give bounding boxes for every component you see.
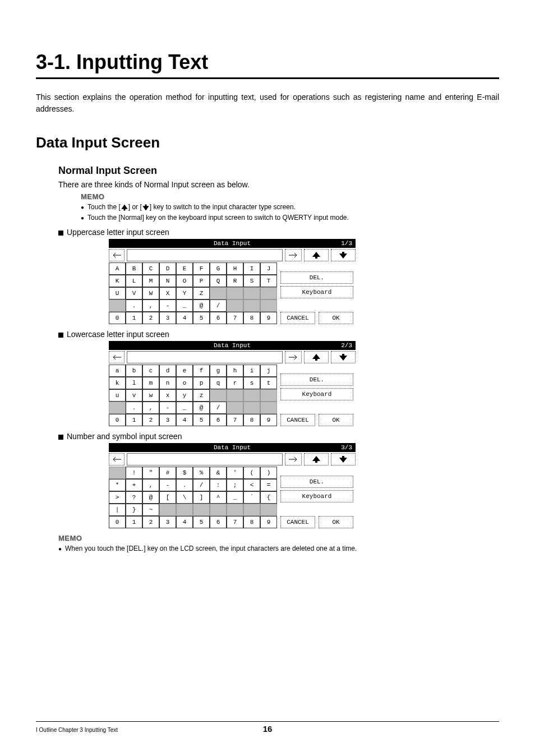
key-C[interactable]: C <box>142 262 159 275</box>
page-down-button[interactable] <box>331 453 356 465</box>
key-4[interactable]: 4 <box>176 312 193 324</box>
key-4[interactable]: 4 <box>176 414 193 426</box>
key-=[interactable]: = <box>260 479 277 491</box>
key-5[interactable]: 5 <box>193 516 210 528</box>
key-r[interactable]: r <box>227 377 243 389</box>
keyboard-mode-button[interactable]: Keyboard <box>280 490 353 503</box>
key-5[interactable]: 5 <box>193 312 210 324</box>
key-2[interactable]: 2 <box>142 516 159 528</box>
key-3[interactable]: 3 <box>159 516 176 528</box>
key-|[interactable]: | <box>109 504 126 516</box>
key-l[interactable]: l <box>126 377 142 389</box>
key-[[interactable]: [ <box>159 491 176 504</box>
key-_[interactable]: _ <box>176 402 193 414</box>
key-w[interactable]: w <box>142 389 159 402</box>
key-([interactable]: ( <box>243 467 260 479</box>
key-1[interactable]: 1 <box>126 414 142 426</box>
cursor-right-button[interactable] <box>285 453 302 465</box>
key--[interactable]: - <box>159 479 176 491</box>
key-+[interactable]: + <box>126 479 142 491</box>
key-q[interactable]: q <box>210 377 227 389</box>
key-f[interactable]: f <box>193 365 210 377</box>
key-h[interactable]: h <box>227 365 243 377</box>
key-8[interactable]: 8 <box>243 516 260 528</box>
key-4[interactable]: 4 <box>176 516 193 528</box>
key-a[interactable]: a <box>109 365 126 377</box>
key-8[interactable]: 8 <box>243 312 260 324</box>
key-{[interactable]: { <box>260 491 277 504</box>
key-`[interactable]: ` <box>243 491 260 504</box>
key-_[interactable]: _ <box>227 491 243 504</box>
key-*[interactable]: * <box>109 479 126 491</box>
key-~[interactable]: ~ <box>142 504 159 516</box>
key-^[interactable]: ^ <box>210 491 227 504</box>
key-z[interactable]: z <box>193 389 210 402</box>
key-A[interactable]: A <box>109 262 126 275</box>
key-)[interactable]: ) <box>260 467 277 479</box>
key-0[interactable]: 0 <box>109 516 126 528</box>
ok-button[interactable]: OK <box>319 516 353 528</box>
key-,[interactable]: , <box>142 402 159 414</box>
key-.[interactable]: . <box>126 299 142 312</box>
key-u[interactable]: u <box>109 389 126 402</box>
key-:[interactable]: : <box>210 479 227 491</box>
key-#[interactable]: # <box>159 467 176 479</box>
key--[interactable]: - <box>159 402 176 414</box>
key-X[interactable]: X <box>159 287 176 299</box>
page-up-button[interactable] <box>304 453 329 465</box>
key-s[interactable]: s <box>243 377 260 389</box>
delete-button[interactable]: DEL. <box>280 271 353 284</box>
key-P[interactable]: P <box>193 275 210 287</box>
key-2[interactable]: 2 <box>142 414 159 426</box>
page-up-button[interactable] <box>304 351 329 363</box>
key-0[interactable]: 0 <box>109 312 126 324</box>
keyboard-mode-button[interactable]: Keyboard <box>280 388 353 400</box>
key-?[interactable]: ? <box>126 491 142 504</box>
key-d[interactable]: d <box>159 365 176 377</box>
key-][interactable]: ] <box>193 491 210 504</box>
key-p[interactable]: p <box>193 377 210 389</box>
key-B[interactable]: B <box>126 262 142 275</box>
key-6[interactable]: 6 <box>210 312 227 324</box>
key-L[interactable]: L <box>126 275 142 287</box>
key-;[interactable]: ; <box>227 479 243 491</box>
key-&[interactable]: & <box>210 467 227 479</box>
key-<[interactable]: < <box>243 479 260 491</box>
cancel-button[interactable]: CANCEL <box>280 516 315 528</box>
page-up-button[interactable] <box>304 249 329 261</box>
key-7[interactable]: 7 <box>227 516 243 528</box>
page-down-button[interactable] <box>331 249 356 261</box>
cursor-left-button[interactable] <box>109 351 124 363</box>
key-3[interactable]: 3 <box>159 414 176 426</box>
delete-button[interactable]: DEL. <box>280 476 353 488</box>
key-D[interactable]: D <box>159 262 176 275</box>
key-2[interactable]: 2 <box>142 312 159 324</box>
key-U[interactable]: U <box>109 287 126 299</box>
cursor-left-button[interactable] <box>109 249 124 261</box>
cancel-button[interactable]: CANCEL <box>280 312 315 324</box>
page-down-button[interactable] <box>331 351 356 363</box>
key-M[interactable]: M <box>142 275 159 287</box>
key-9[interactable]: 9 <box>260 516 277 528</box>
key-.[interactable]: . <box>176 479 193 491</box>
key--[interactable]: - <box>159 299 176 312</box>
key-6[interactable]: 6 <box>210 516 227 528</box>
cursor-right-button[interactable] <box>285 351 302 363</box>
key-t[interactable]: t <box>260 377 277 389</box>
ok-button[interactable]: OK <box>319 312 353 324</box>
key-[interactable]: " <box>142 467 159 479</box>
key-c[interactable]: c <box>142 365 159 377</box>
ok-button[interactable]: OK <box>319 414 353 426</box>
key-/[interactable]: / <box>210 299 227 312</box>
key-b[interactable]: b <box>126 365 142 377</box>
key-@[interactable]: @ <box>193 402 210 414</box>
key-g[interactable]: g <box>210 365 227 377</box>
key-R[interactable]: R <box>227 275 243 287</box>
key-6[interactable]: 6 <box>210 414 227 426</box>
key-8[interactable]: 8 <box>243 414 260 426</box>
text-input-field[interactable] <box>127 453 283 465</box>
key-G[interactable]: G <box>210 262 227 275</box>
key-n[interactable]: n <box>159 377 176 389</box>
key-/[interactable]: / <box>210 402 227 414</box>
key-'[interactable]: ' <box>227 467 243 479</box>
